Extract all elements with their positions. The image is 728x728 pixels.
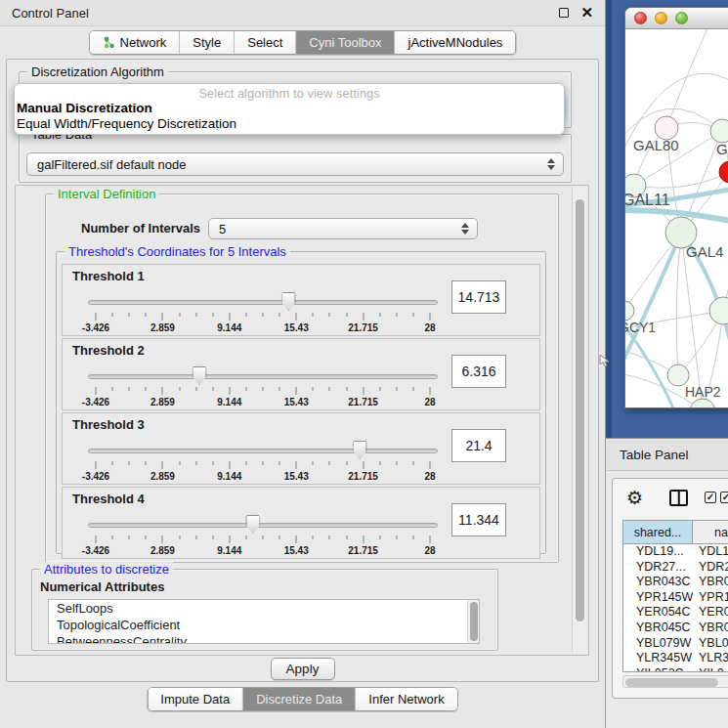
- cell-name[interactable]: YIL0: [693, 666, 728, 672]
- cell-shared-name[interactable]: YER054C: [623, 605, 693, 621]
- tab-infer-network[interactable]: Infer Network: [356, 688, 456, 710]
- tick-mark: [179, 461, 180, 465]
- network-node[interactable]: [667, 364, 689, 386]
- network-canvas[interactable]: GAL80GACGAL11GAL4GCY1HHAP2: [625, 29, 728, 407]
- settings-scrollbar[interactable]: [572, 188, 586, 653]
- cell-shared-name[interactable]: YBL079W: [623, 636, 693, 652]
- cell-name[interactable]: YLR3: [693, 651, 728, 666]
- threshold-slider[interactable]: -3.4262.8599.14415.4321.71528: [88, 513, 438, 558]
- zoom-icon[interactable]: [675, 12, 688, 24]
- threshold-slider[interactable]: -3.4262.8599.14415.4321.71528: [88, 439, 438, 484]
- network-node[interactable]: [709, 297, 728, 324]
- cell-shared-name[interactable]: YIL052C: [623, 666, 693, 672]
- slider-thumb[interactable]: [353, 441, 367, 459]
- cell-shared-name[interactable]: YBR045C: [623, 621, 693, 636]
- network-node[interactable]: [710, 119, 728, 143]
- dropdown-item-equal-width[interactable]: Equal Width/Frequency Discretization: [15, 116, 564, 132]
- table-row[interactable]: YBR043CYBR0: [623, 575, 728, 590]
- table-row[interactable]: YBR045CYBR0: [623, 621, 728, 636]
- cell-name[interactable]: YBR0: [693, 621, 728, 636]
- threshold-value-field[interactable]: 14.713: [451, 280, 506, 314]
- cell-name[interactable]: YPR1: [693, 590, 728, 606]
- tick-mark: [229, 387, 230, 395]
- attribute-list-item[interactable]: SelfLoops: [49, 600, 479, 617]
- attribute-list-item[interactable]: BetweennessCentrality: [49, 633, 479, 644]
- table-row[interactable]: YDR27...YDR2: [623, 560, 728, 576]
- threshold-panel: Threshold 2 -3.4262.8599.14415.4321.7152…: [62, 338, 540, 410]
- table-data-combobox[interactable]: galFiltered.sif default node: [26, 152, 564, 176]
- table-data-group: Table Data galFiltered.sif default node: [19, 134, 572, 183]
- threshold-label: Threshold 2: [72, 343, 145, 358]
- slider-scale-labels: -3.4262.8599.14415.4321.71528: [96, 545, 430, 557]
- tick-mark: [430, 535, 431, 543]
- scale-label: 15.43: [284, 545, 309, 556]
- float-icon[interactable]: [559, 8, 569, 18]
- threshold-slider[interactable]: -3.4262.8599.14415.4321.71528: [88, 290, 438, 335]
- number-of-intervals-combobox[interactable]: 5: [208, 218, 478, 239]
- slider-thumb[interactable]: [281, 292, 296, 311]
- tab-network[interactable]: Network: [90, 31, 181, 54]
- tick-mark: [195, 313, 196, 317]
- table-row[interactable]: YBL079WYBL0: [623, 636, 728, 652]
- threshold-value-field[interactable]: 11.344: [451, 503, 506, 536]
- tab-style[interactable]: Style: [180, 31, 235, 54]
- column-header-shared[interactable]: shared...: [623, 521, 693, 543]
- cell-shared-name[interactable]: YDR27...: [623, 560, 693, 576]
- column-header-name[interactable]: na: [693, 521, 728, 543]
- network-node[interactable]: [625, 301, 634, 321]
- dropdown-item-manual[interactable]: Manual Discretization: [15, 101, 564, 116]
- tab-jactivemnodules[interactable]: jActiveMNodules: [396, 31, 516, 54]
- table-row[interactable]: YDL19...YDL1: [623, 544, 728, 560]
- scale-label: 15.43: [284, 471, 309, 482]
- close-icon[interactable]: ✕: [580, 8, 593, 18]
- node-label: GAL4: [686, 243, 723, 260]
- table-row[interactable]: YLR345WYLR3: [623, 651, 728, 666]
- slider-thumb[interactable]: [245, 515, 260, 534]
- network-node[interactable]: [690, 399, 715, 407]
- tick-mark: [96, 313, 97, 321]
- table-row[interactable]: YIL052CYIL0: [623, 666, 728, 672]
- tick-mark: [96, 387, 97, 395]
- cell-name[interactable]: YBL0: [693, 636, 728, 652]
- cell-name[interactable]: YDL1: [693, 544, 728, 560]
- numerical-attributes-list[interactable]: SelfLoopsTopologicalCoefficientBetweenne…: [48, 599, 480, 644]
- node-table[interactable]: shared... na YDL19...YDL1YDR27...YDR2YBR…: [622, 520, 728, 672]
- network-view-window: GAL80GACGAL11GAL4GCY1HHAP2: [624, 7, 728, 408]
- tick-mark: [146, 461, 147, 465]
- threshold-slider[interactable]: -3.4262.8599.14415.4321.71528: [88, 364, 438, 409]
- scale-label: 28: [424, 471, 435, 482]
- cell-shared-name[interactable]: YLR345W: [623, 651, 693, 666]
- close-icon[interactable]: [634, 12, 647, 24]
- cyni-mode-tab-bar: Impute Data Discretize Data Infer Networ…: [147, 687, 457, 711]
- table-horizontal-scrollbar[interactable]: [622, 675, 728, 688]
- minimize-icon[interactable]: [655, 12, 667, 24]
- cell-name[interactable]: YER0: [693, 605, 728, 621]
- cell-shared-name[interactable]: YBR043C: [623, 575, 693, 590]
- tab-impute-data[interactable]: Impute Data: [148, 688, 243, 710]
- table-row[interactable]: YER054CYER0: [623, 605, 728, 621]
- threshold-value-field[interactable]: 6.316: [451, 355, 506, 388]
- list-scrollbar[interactable]: [467, 600, 479, 643]
- cell-shared-name[interactable]: YPR145W: [623, 590, 693, 606]
- cell-name[interactable]: YBR0: [693, 575, 728, 590]
- slider-ticks: [96, 535, 430, 544]
- apply-button[interactable]: Apply: [271, 658, 335, 680]
- checkbox-checked-icon[interactable]: ✓: [705, 492, 716, 503]
- threshold-value-field[interactable]: 21.4: [451, 429, 506, 462]
- tick-mark: [212, 313, 213, 317]
- checkbox-checked-icon[interactable]: ✓: [720, 492, 728, 503]
- tab-select[interactable]: Select: [235, 31, 296, 54]
- cell-name[interactable]: YDR2: [693, 560, 728, 576]
- attribute-list-item[interactable]: TopologicalCoefficient: [49, 617, 479, 633]
- tab-discretize-data[interactable]: Discretize Data: [243, 688, 356, 710]
- scale-label: 21.715: [348, 322, 378, 333]
- cell-shared-name[interactable]: YDL19...: [623, 544, 693, 560]
- tick-mark: [313, 461, 314, 465]
- tab-cyni-toolbox[interactable]: Cyni Toolbox: [296, 31, 395, 54]
- table-row[interactable]: YPR145WYPR1: [623, 590, 728, 606]
- tick-mark: [263, 461, 264, 465]
- gear-icon[interactable]: ⚙: [626, 489, 643, 507]
- split-table-icon[interactable]: [669, 490, 688, 506]
- network-node[interactable]: [719, 161, 728, 183]
- slider-thumb[interactable]: [193, 366, 207, 385]
